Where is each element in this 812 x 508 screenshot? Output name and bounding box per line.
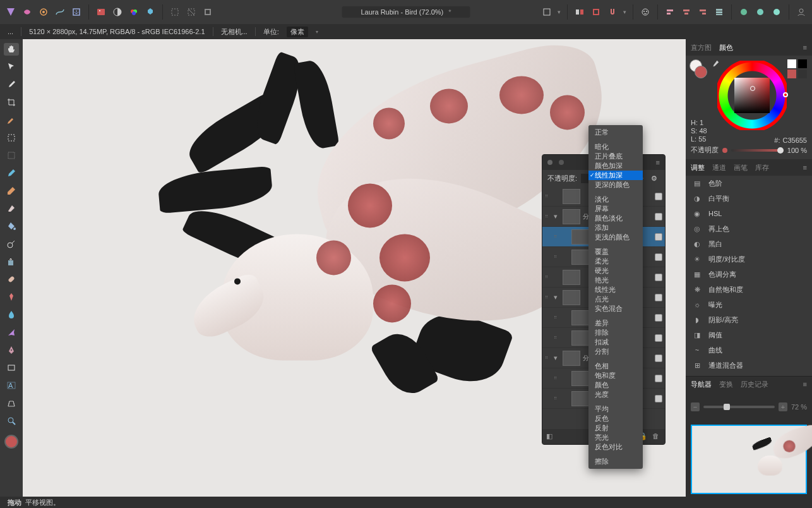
blend-mode-反射[interactable]: 反射 <box>588 423 643 433</box>
blend-mode-更深的颜色[interactable]: 更深的颜色 <box>588 180 643 190</box>
move-tool[interactable] <box>4 61 19 73</box>
healing-tool[interactable] <box>4 273 19 286</box>
blend-mode-艳光[interactable]: 艳光 <box>588 275 643 285</box>
layer-thumbnail[interactable] <box>563 351 580 366</box>
tab-history[interactable]: 历史记录 <box>741 380 768 389</box>
layer-thumbnail[interactable] <box>571 391 589 406</box>
layer-visibility-checkbox[interactable] <box>655 274 662 281</box>
panel-menu-icon[interactable]: ≡ <box>656 159 660 166</box>
blend-mode-覆盖[interactable]: 覆盖 <box>588 247 643 257</box>
blend-mode-硬光[interactable]: 硬光 <box>588 266 643 275</box>
blend-mode-屏幕[interactable]: 屏幕 <box>588 204 643 214</box>
unit-value[interactable]: 像素 <box>287 27 308 37</box>
blend-mode-差异[interactable]: 差异 <box>588 318 643 328</box>
layer-thumbnail[interactable] <box>563 290 580 305</box>
layer-visibility-checkbox[interactable] <box>655 354 662 362</box>
quick-mask-icon[interactable] <box>145 6 156 18</box>
blend-mode-正常[interactable]: 正常 <box>588 128 643 137</box>
layer-settings-icon[interactable]: ⚙ <box>651 174 660 183</box>
blend-mode-光度[interactable]: 光度 <box>588 390 643 399</box>
align-center-icon[interactable] <box>681 6 692 18</box>
dodge-tool[interactable] <box>4 238 19 250</box>
foreground-color-swatch[interactable] <box>4 435 18 449</box>
layer-visibility-checkbox[interactable] <box>655 213 662 221</box>
layer-thumbnail[interactable] <box>563 209 580 224</box>
adjustment-黑白[interactable]: ◐黑白 <box>686 236 812 251</box>
layer-drag-handle[interactable]: ⠿ <box>545 275 551 280</box>
layer-expand-arrow[interactable]: ▾ <box>554 212 560 221</box>
persona-liquify-icon[interactable] <box>21 6 33 18</box>
persona-develop-icon[interactable] <box>38 6 49 18</box>
adjustment-HSL[interactable]: ◉HSL <box>686 206 812 221</box>
delete-layer-icon[interactable]: 🗑 <box>652 432 661 441</box>
layer-expand-arrow[interactable]: ▾ <box>554 293 560 301</box>
blend-mode-平均[interactable]: 平均 <box>588 404 643 414</box>
blend-mode-亮光[interactable]: 亮光 <box>588 433 643 442</box>
layer-visibility-checkbox[interactable] <box>655 334 662 342</box>
layer-visibility-checkbox[interactable] <box>655 253 662 261</box>
app-logo-icon[interactable] <box>5 6 16 18</box>
layer-visibility-checkbox[interactable] <box>655 314 662 322</box>
tab-navigator[interactable]: 导航器 <box>691 380 712 389</box>
adjustment-阴影/高亮[interactable]: ◗阴影/高亮 <box>686 312 812 327</box>
pen-tool[interactable] <box>4 344 19 356</box>
layer-thumbnail[interactable] <box>563 189 580 204</box>
color-wheel[interactable] <box>717 61 787 130</box>
layer-thumbnail[interactable] <box>571 250 589 265</box>
layer-expand-arrow[interactable]: ▾ <box>554 354 560 362</box>
camera-info[interactable]: 无相机... <box>221 27 248 37</box>
crop-tool[interactable] <box>4 96 19 109</box>
adjustment-色阶[interactable]: ▤色阶 <box>686 176 812 191</box>
layer-visibility-checkbox[interactable] <box>655 233 662 241</box>
blend-mode-更浅的颜色[interactable]: 更浅的颜色 <box>588 233 643 242</box>
select-all-icon[interactable] <box>169 6 181 18</box>
perspective-tool[interactable] <box>4 397 19 409</box>
share-icon-2[interactable] <box>755 6 766 18</box>
layer-drag-handle[interactable]: ⠿ <box>554 255 560 260</box>
blend-mode-分割[interactable]: 分割 <box>588 347 643 356</box>
layer-drag-handle[interactable]: ⠿ <box>554 234 560 239</box>
fill-tool[interactable] <box>4 220 19 233</box>
blend-mode-颜色加深[interactable]: 颜色加深 <box>588 161 643 171</box>
layer-drag-handle[interactable]: ⠿ <box>554 376 560 381</box>
blend-mode-添加[interactable]: 添加 <box>588 223 643 233</box>
blend-mode-柔光[interactable]: 柔光 <box>588 257 643 266</box>
color-hex-readout[interactable]: #: C35655 <box>774 136 807 144</box>
tab-library[interactable]: 库存 <box>755 163 769 172</box>
adjustment-通道混合器[interactable]: ⊞通道混合器 <box>686 358 812 373</box>
tab-histogram[interactable]: 直方图 <box>691 43 712 52</box>
zoom-out-button[interactable]: − <box>691 402 700 411</box>
flood-select-tool[interactable] <box>4 149 19 162</box>
adjustment-明度/对比度[interactable]: ☀明度/对比度 <box>686 251 812 267</box>
add-mask-icon[interactable]: ◧ <box>546 432 555 441</box>
text-tool[interactable]: A <box>4 379 19 392</box>
assistant-icon[interactable] <box>640 6 651 18</box>
layer-drag-handle[interactable]: ⠿ <box>554 396 560 401</box>
blend-mode-线性光[interactable]: 线性光 <box>588 285 643 294</box>
layer-thumbnail[interactable] <box>571 310 589 325</box>
blend-mode-颜色[interactable]: 颜色 <box>588 380 643 390</box>
erase-tool[interactable] <box>4 202 19 215</box>
blend-mode-实色混合[interactable]: 实色混合 <box>588 304 643 313</box>
adjustment-再上色[interactable]: ◎再上色 <box>686 221 812 236</box>
persona-tone-icon[interactable] <box>54 6 66 18</box>
swatch-wells[interactable] <box>787 59 807 80</box>
layer-visibility-checkbox[interactable] <box>655 294 662 301</box>
panel-menu-icon[interactable]: ≡ <box>803 164 807 171</box>
selection-brush-tool[interactable] <box>4 114 19 126</box>
blend-mode-擦除[interactable]: 擦除 <box>588 457 643 466</box>
marquee-tool[interactable] <box>4 131 19 144</box>
adjustment-曝光[interactable]: ☼曝光 <box>686 297 812 312</box>
share-icon-1[interactable] <box>738 6 749 18</box>
blend-mode-淡化[interactable]: 淡化 <box>588 195 643 204</box>
image-icon[interactable] <box>95 6 107 18</box>
panel-close-icon[interactable] <box>547 160 552 165</box>
layer-thumbnail[interactable] <box>571 330 589 346</box>
opacity-value[interactable]: 100 % <box>787 147 807 154</box>
layer-drag-handle[interactable]: ⠿ <box>554 315 560 320</box>
zoom-value[interactable]: 72 % <box>791 403 807 411</box>
layer-thumbnail[interactable] <box>571 229 589 245</box>
layer-visibility-checkbox[interactable] <box>655 193 662 200</box>
layer-visibility-checkbox[interactable] <box>655 375 662 382</box>
snapping-icon[interactable] <box>607 6 618 18</box>
